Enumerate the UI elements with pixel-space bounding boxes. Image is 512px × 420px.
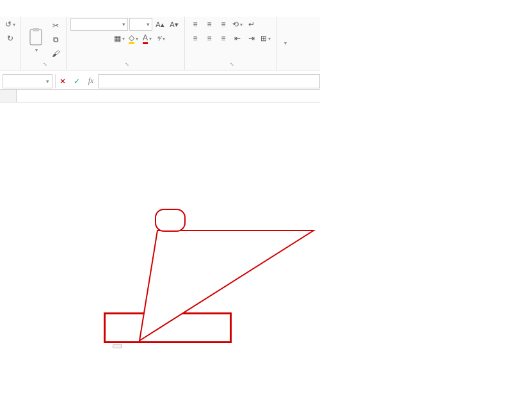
- group-font: A▴ A▾ ▦▾ ◇▾ A▾ ᵃ⁄▾ ⤡: [67, 17, 185, 70]
- svg-rect-0: [30, 29, 42, 45]
- cut-button[interactable]: ✂: [49, 19, 62, 32]
- group-number: ▾: [276, 17, 293, 70]
- callout-pointer-icon: [0, 90, 512, 410]
- percent-style-button[interactable]: ▾: [280, 38, 289, 47]
- dialog-launcher-icon[interactable]: ⤡: [230, 61, 234, 67]
- paste-button[interactable]: ▾: [25, 26, 47, 54]
- tab-formulas[interactable]: [54, 6, 64, 11]
- tab-help[interactable]: [95, 6, 105, 11]
- dialog-launcher-icon[interactable]: ⤡: [125, 61, 129, 67]
- ribbon: ↺▾ ↻ ▾ ✂ ⧉ 🖌 ⤡ A▴ A▾: [0, 17, 320, 70]
- dialog-launcher-icon[interactable]: ⤡: [43, 61, 47, 67]
- tab-home[interactable]: [13, 6, 23, 11]
- clipboard-icon: [28, 27, 44, 46]
- borders-button[interactable]: ▦▾: [113, 32, 125, 45]
- menu-bar: [0, 0, 320, 17]
- decrease-font-button[interactable]: A▾: [168, 18, 180, 31]
- font-color-button[interactable]: A▾: [141, 32, 154, 45]
- tab-view[interactable]: [84, 6, 95, 11]
- align-top-button[interactable]: ≡: [189, 18, 202, 31]
- formula-bar: ✕ ✓ fx: [0, 73, 320, 90]
- align-center-button[interactable]: ≡: [203, 32, 216, 45]
- tab-file[interactable]: [3, 6, 13, 11]
- bold-button[interactable]: [70, 32, 83, 45]
- group-align: ≡ ≡ ≡ ⟲▾ ↵ ≡ ≡ ≡ ⇤ ⇥ ⊞▾ ⤡: [185, 17, 276, 70]
- tab-draw[interactable]: [33, 6, 44, 11]
- wrap-text-button[interactable]: ↵: [245, 18, 258, 31]
- underline-button[interactable]: [99, 32, 111, 45]
- callout-text: [155, 209, 186, 232]
- increase-indent-button[interactable]: ⇥: [245, 32, 258, 45]
- italic-button[interactable]: [84, 32, 97, 45]
- enter-formula-button[interactable]: ✓: [70, 77, 84, 86]
- increase-font-button[interactable]: A▴: [154, 18, 166, 31]
- tab-review[interactable]: [74, 6, 84, 11]
- fill-color-button[interactable]: ◇▾: [127, 32, 140, 45]
- insert-function-button[interactable]: fx: [84, 76, 98, 86]
- orientation-button[interactable]: ⟲▾: [231, 18, 244, 31]
- cancel-formula-button[interactable]: ✕: [56, 77, 70, 86]
- svg-rect-1: [33, 28, 39, 31]
- align-left-button[interactable]: ≡: [189, 32, 202, 45]
- formula-input[interactable]: [98, 74, 320, 88]
- tab-data[interactable]: [64, 6, 74, 11]
- tab-insert[interactable]: [23, 6, 33, 11]
- phonetic-button[interactable]: ᵃ⁄▾: [155, 32, 168, 45]
- font-size-select[interactable]: [129, 18, 152, 31]
- chevron-down-icon: ▾: [284, 40, 287, 46]
- undo-button[interactable]: ↺▾: [4, 18, 17, 31]
- format-painter-button[interactable]: 🖌: [49, 47, 62, 60]
- merge-button[interactable]: ⊞▾: [259, 32, 272, 45]
- redo-button[interactable]: ↻: [4, 32, 17, 45]
- name-box[interactable]: [3, 74, 52, 88]
- font-name-select[interactable]: [70, 18, 128, 31]
- align-middle-button[interactable]: ≡: [203, 18, 216, 31]
- tab-layout[interactable]: [44, 6, 54, 11]
- copy-button[interactable]: ⧉: [49, 33, 62, 46]
- svg-marker-2: [140, 230, 314, 341]
- worksheet-grid: [0, 90, 320, 102]
- group-undo: ↺▾ ↻: [0, 17, 21, 70]
- decrease-indent-button[interactable]: ⇤: [231, 32, 244, 45]
- align-right-button[interactable]: ≡: [217, 32, 230, 45]
- chevron-down-icon: ▾: [35, 47, 38, 53]
- align-bottom-button[interactable]: ≡: [217, 18, 230, 31]
- group-clipboard: ▾ ✂ ⧉ 🖌 ⤡: [21, 17, 67, 70]
